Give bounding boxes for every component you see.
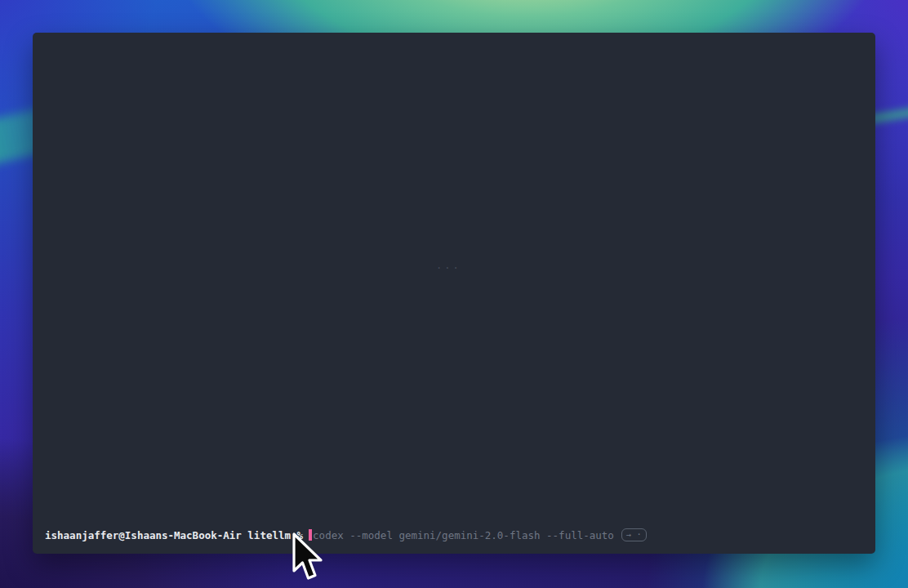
terminal-window[interactable]: ... ishaanjaffer@Ishaans-MacBook-Air lit… (33, 33, 875, 554)
autosuggestion-text: codex --model gemini/gemini-2.0-flash --… (313, 529, 614, 541)
terminal-prompt-line[interactable]: ishaanjaffer@Ishaans-MacBook-Air litellm… (45, 528, 647, 541)
shell-prompt-text: ishaanjaffer@Ishaans-MacBook-Air litellm… (45, 529, 303, 541)
terminal-loading-ellipsis: ... (436, 260, 461, 271)
text-cursor-caret (309, 529, 312, 541)
tab-accept-hint-pill: → · (621, 528, 647, 541)
